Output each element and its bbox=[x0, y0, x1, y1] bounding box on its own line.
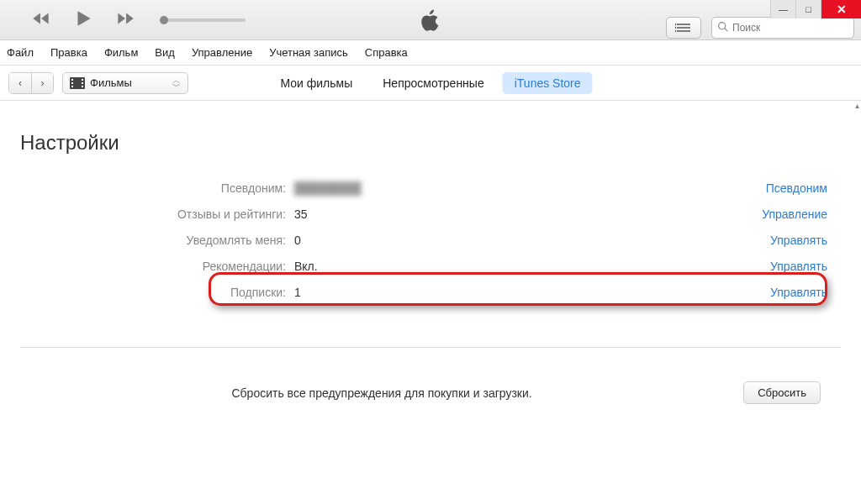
svg-point-4 bbox=[675, 27, 676, 28]
minimize-button[interactable]: — bbox=[770, 0, 795, 18]
right-controls bbox=[666, 17, 861, 39]
progress-area bbox=[136, 18, 666, 22]
reset-description: Сбросить все предупреждения для покупки … bbox=[20, 386, 743, 400]
row-label: Псевдоним: bbox=[20, 181, 294, 195]
action-manage[interactable]: Управлять bbox=[740, 260, 841, 273]
search-input[interactable] bbox=[732, 22, 848, 34]
menu-movie[interactable]: Фильм bbox=[104, 46, 138, 59]
row-reviews: Отзывы и рейтинги: 35 Управление bbox=[20, 201, 841, 227]
search-box[interactable] bbox=[711, 17, 854, 39]
row-label: Рекомендации: bbox=[20, 260, 294, 273]
playback-controls bbox=[0, 8, 136, 33]
next-icon[interactable] bbox=[114, 8, 136, 33]
menu-account[interactable]: Учетная запись bbox=[269, 46, 348, 59]
action-manage-subscriptions[interactable]: Управлять bbox=[740, 286, 841, 299]
scroll-indicator[interactable]: ▴ bbox=[855, 101, 859, 110]
nav-tabs: Мои фильмы Непросмотренные iTunes Store bbox=[268, 72, 592, 94]
row-value: Вкл. bbox=[294, 260, 740, 273]
menu-view[interactable]: Вид bbox=[155, 46, 175, 59]
svg-rect-13 bbox=[82, 82, 83, 84]
row-notify: Уведомлять меня: 0 Управлять bbox=[20, 227, 841, 253]
list-view-button[interactable] bbox=[666, 17, 701, 39]
row-value: 0 bbox=[294, 234, 740, 247]
svg-rect-14 bbox=[82, 86, 83, 87]
svg-rect-12 bbox=[82, 79, 83, 81]
action-nickname[interactable]: Псевдоним bbox=[740, 181, 841, 195]
row-value: 35 bbox=[294, 207, 740, 221]
close-button[interactable]: ✕ bbox=[821, 0, 861, 18]
row-label: Отзывы и рейтинги: bbox=[20, 207, 294, 221]
volume-slider[interactable] bbox=[161, 18, 246, 22]
maximize-button[interactable]: □ bbox=[795, 0, 821, 18]
action-manage[interactable]: Управление bbox=[740, 207, 841, 221]
media-type-label: Фильмы bbox=[90, 76, 132, 89]
divider bbox=[20, 347, 841, 348]
action-manage[interactable]: Управлять bbox=[740, 234, 841, 247]
film-icon bbox=[70, 77, 85, 89]
svg-point-5 bbox=[675, 30, 676, 31]
row-recommendations: Рекомендации: Вкл. Управлять bbox=[20, 253, 841, 279]
row-value: 1 bbox=[294, 286, 740, 299]
svg-point-6 bbox=[719, 22, 726, 29]
row-nickname: Псевдоним: ████████ Псевдоним bbox=[20, 175, 841, 201]
row-label: Уведомлять меня: bbox=[20, 234, 294, 247]
menu-edit[interactable]: Правка bbox=[50, 46, 87, 59]
chevron-updown-icon: ︿﹀ bbox=[172, 77, 181, 89]
play-icon[interactable] bbox=[72, 8, 94, 33]
menu-help[interactable]: Справка bbox=[365, 46, 408, 59]
reset-button[interactable]: Сбросить bbox=[743, 381, 821, 404]
svg-point-3 bbox=[675, 24, 676, 24]
row-label: Подписки: bbox=[20, 286, 294, 299]
nav-arrows: ‹ › bbox=[8, 72, 54, 94]
reset-area: Сбросить все предупреждения для покупки … bbox=[20, 381, 841, 404]
row-subscriptions: Подписки: 1 Управлять bbox=[20, 279, 841, 305]
navbar: ‹ › Фильмы ︿﹀ Мои фильмы Непросмотренные… bbox=[0, 66, 861, 101]
titlebar: — □ ✕ bbox=[0, 0, 861, 40]
tab-unwatched[interactable]: Непросмотренные bbox=[371, 72, 495, 94]
tab-itunes-store[interactable]: iTunes Store bbox=[503, 72, 593, 94]
svg-line-7 bbox=[725, 28, 727, 30]
apple-logo-icon bbox=[417, 7, 444, 34]
row-value: ████████ bbox=[294, 181, 740, 195]
menu-file[interactable]: Файл bbox=[7, 46, 34, 59]
media-type-selector[interactable]: Фильмы ︿﹀ bbox=[62, 72, 188, 94]
svg-rect-9 bbox=[71, 79, 73, 81]
menubar: Файл Правка Фильм Вид Управление Учетная… bbox=[0, 40, 861, 66]
back-button[interactable]: ‹ bbox=[9, 73, 31, 93]
menu-controls[interactable]: Управление bbox=[192, 46, 252, 59]
search-icon bbox=[717, 20, 728, 35]
svg-rect-10 bbox=[71, 82, 73, 84]
content-area: ▴ Настройки Псевдоним: ████████ Псевдони… bbox=[0, 101, 861, 404]
svg-rect-11 bbox=[71, 86, 73, 87]
page-title: Настройки bbox=[20, 131, 841, 155]
forward-button[interactable]: › bbox=[31, 73, 53, 93]
tab-my-movies[interactable]: Мои фильмы bbox=[268, 72, 364, 94]
window-controls: — □ ✕ bbox=[770, 0, 861, 18]
previous-icon[interactable] bbox=[30, 8, 52, 33]
